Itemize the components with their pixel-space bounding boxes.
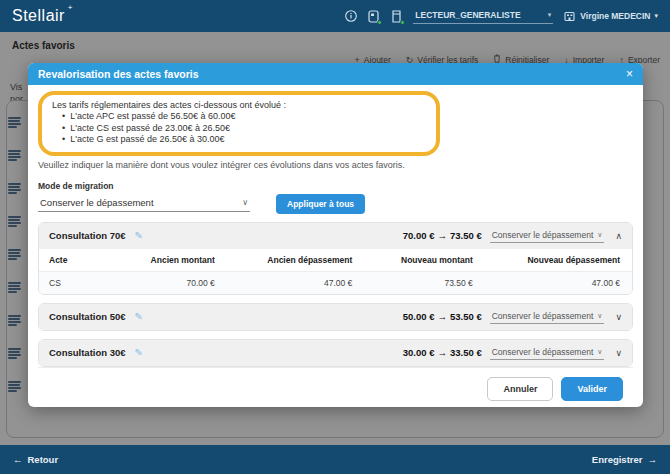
instruction-text: Veuillez indiquer la manière dont vous v… xyxy=(38,160,633,170)
chevron-down-icon: ∨ xyxy=(597,231,602,239)
migration-mode-value: Conserver le dépassement xyxy=(40,197,154,208)
accordion-title: Consultation 70€ xyxy=(49,230,126,241)
notice-intro: Les tarifs réglementaires des actes ci-d… xyxy=(52,100,426,110)
accordion-consultation-70: Consultation 70€ ✎ 70.00 € → 73.50 € Con… xyxy=(38,222,633,295)
accordion-header[interactable]: Consultation 50€ ✎ 50.00 € → 53.50 € Con… xyxy=(39,304,632,330)
expand-chevron-icon[interactable]: ∨ xyxy=(615,348,622,358)
arrow-right-icon: → xyxy=(437,230,447,241)
column-header: Acte xyxy=(39,249,116,272)
modal-footer: Annuler Valider xyxy=(38,367,633,408)
row-mode-select[interactable]: Conserver le dépassement ∨ xyxy=(490,229,605,243)
expand-chevron-icon[interactable]: ∨ xyxy=(615,312,622,322)
stellair-logo: Stellair + xyxy=(12,7,65,25)
amount-change: 50.00 € → 53.50 € xyxy=(403,311,482,322)
user-name: Virgine MEDECIN xyxy=(580,11,650,21)
chevron-down-icon: ▾ xyxy=(654,12,658,20)
revalorisation-modal: Revalorisation des actes favoris × Les t… xyxy=(28,63,643,407)
notice-item: L'acte CS est passé de 23.00€ à 26.50€ xyxy=(62,123,426,135)
column-header: Nouveau montant xyxy=(364,249,484,272)
tarif-change-notice: Les tarifs réglementaires des actes ci-d… xyxy=(38,91,440,156)
chevron-down-icon: ▾ xyxy=(548,11,552,19)
collapse-chevron-icon[interactable]: ∧ xyxy=(615,231,622,241)
save-button[interactable]: Enregistrer → xyxy=(592,454,657,465)
acte-detail-table: Acte Ancien montant Ancien dépassement N… xyxy=(39,249,632,294)
right-arrow-icon: → xyxy=(648,454,658,465)
column-header: Nouveau dépassement xyxy=(485,249,632,272)
amount-change: 30.00 € → 33.50 € xyxy=(403,347,482,358)
left-arrow-icon: ← xyxy=(13,454,23,465)
validate-button[interactable]: Valider xyxy=(561,377,623,401)
cancel-button[interactable]: Annuler xyxy=(487,377,553,401)
row-mode-select[interactable]: Conserver le dépassement ∨ xyxy=(490,310,605,324)
vitale-card-icon[interactable] xyxy=(367,10,380,23)
arrow-right-icon: → xyxy=(437,311,447,322)
status-dot-green xyxy=(377,20,382,25)
chevron-down-icon: ∨ xyxy=(597,348,602,356)
table-row: CS 70.00 € 47.00 € 73.50 € 47.00 € xyxy=(39,271,632,294)
close-icon[interactable]: × xyxy=(626,68,633,80)
brand-text: Stellair xyxy=(12,7,65,24)
user-menu[interactable]: Virgine MEDECIN ▾ xyxy=(563,10,658,23)
migration-mode-select[interactable]: Conserver le dépassement ∨ xyxy=(38,195,250,212)
accordion-title: Consultation 50€ xyxy=(49,311,126,322)
bottom-action-bar: ← Retour Enregistrer → xyxy=(0,445,670,474)
amount-change: 70.00 € → 73.50 € xyxy=(403,230,482,241)
edit-pencil-icon[interactable]: ✎ xyxy=(135,311,143,322)
modal-title: Revalorisation des actes favoris xyxy=(38,68,199,80)
column-header: Ancien dépassement xyxy=(227,249,364,272)
migration-mode-label: Mode de migration xyxy=(38,181,633,191)
edit-pencil-icon[interactable]: ✎ xyxy=(135,347,143,358)
accordion-title: Consultation 30€ xyxy=(49,347,126,358)
reader-select[interactable]: LECTEUR_GENERALISTE ▾ xyxy=(413,8,553,24)
chevron-down-icon: ∨ xyxy=(242,198,248,207)
accordion-consultation-30: Consultation 30€ ✎ 30.00 € → 33.50 € Con… xyxy=(38,339,633,367)
notice-list: L'acte APC est passé de 56.50€ à 60.00€ … xyxy=(62,111,426,146)
organization-icon xyxy=(563,10,576,23)
chevron-down-icon: ∨ xyxy=(597,312,602,320)
apply-to-all-button[interactable]: Appliquer à tous xyxy=(276,194,365,214)
row-mode-select[interactable]: Conserver le dépassement ∨ xyxy=(490,346,605,360)
arrow-right-icon: → xyxy=(437,347,447,358)
reader-select-value: LECTEUR_GENERALISTE xyxy=(415,10,520,20)
modal-header: Revalorisation des actes favoris × xyxy=(28,63,643,85)
brand-plus-mark: + xyxy=(68,3,73,12)
accordion-header[interactable]: Consultation 70€ ✎ 70.00 € → 73.50 € Con… xyxy=(39,223,632,249)
notice-item: L'acte G est passé de 26.50€ à 30.00€ xyxy=(62,134,426,146)
top-navigation-bar: Stellair + LECTEUR_GENERALISTE ▾ Virgine… xyxy=(0,0,670,32)
column-header: Ancien montant xyxy=(116,249,227,272)
accordion-header[interactable]: Consultation 30€ ✎ 30.00 € → 33.50 € Con… xyxy=(39,340,632,366)
edit-pencil-icon[interactable]: ✎ xyxy=(135,230,143,241)
accordion-consultation-50: Consultation 50€ ✎ 50.00 € → 53.50 € Con… xyxy=(38,303,633,331)
info-icon[interactable] xyxy=(344,10,357,23)
back-button[interactable]: ← Retour xyxy=(13,454,58,465)
notice-item: L'acte APC est passé de 56.50€ à 60.00€ xyxy=(62,111,426,123)
card-reader-icon[interactable] xyxy=(390,10,403,23)
status-dot-green xyxy=(400,20,405,25)
